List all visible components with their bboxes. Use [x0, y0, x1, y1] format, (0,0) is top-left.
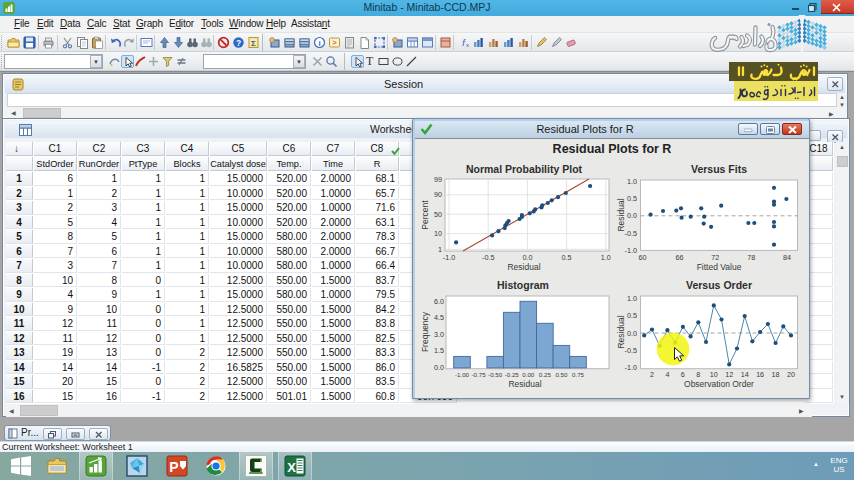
svg-text:Versus Order: Versus Order — [686, 279, 752, 291]
svg-text:1.0: 1.0 — [601, 253, 611, 262]
svg-text:Residual: Residual — [616, 315, 626, 348]
svg-text:-0.5: -0.5 — [482, 253, 494, 262]
svg-text:0.5: 0.5 — [562, 253, 572, 262]
svg-text:4: 4 — [665, 370, 669, 379]
svg-text:P: P — [169, 459, 178, 475]
svg-text:99: 99 — [434, 175, 442, 184]
svg-text:Fitted Value: Fitted Value — [697, 262, 742, 272]
svg-text:Histogram: Histogram — [497, 279, 549, 291]
svg-text:1.0: 1.0 — [627, 294, 637, 303]
svg-text:72: 72 — [711, 253, 719, 262]
svg-text:50: 50 — [434, 210, 442, 219]
svg-text:0.0: 0.0 — [434, 363, 444, 372]
svg-text:60: 60 — [639, 253, 647, 262]
svg-text:3.0: 3.0 — [434, 330, 444, 339]
svg-text:0.50: 0.50 — [555, 371, 568, 378]
svg-text:6.0: 6.0 — [434, 297, 444, 306]
svg-text:-0.50: -0.50 — [488, 371, 503, 378]
svg-text:Normal Probability Plot: Normal Probability Plot — [466, 163, 583, 175]
svg-text:20: 20 — [787, 370, 795, 379]
svg-text:4.5: 4.5 — [434, 313, 444, 322]
svg-text:14: 14 — [741, 370, 749, 379]
svg-text:-1.00: -1.00 — [455, 371, 470, 378]
svg-text:0.5: 0.5 — [627, 194, 637, 203]
svg-text:0.5: 0.5 — [627, 311, 637, 320]
svg-text:78: 78 — [747, 253, 755, 262]
svg-text:8: 8 — [696, 370, 700, 379]
svg-text:84: 84 — [783, 253, 791, 262]
svg-text:Frequency: Frequency — [420, 311, 430, 352]
svg-text:2: 2 — [650, 370, 654, 379]
svg-text:Observation Order: Observation Order — [684, 379, 754, 389]
svg-text:1: 1 — [438, 245, 442, 254]
svg-text:-1.0: -1.0 — [625, 363, 637, 372]
svg-text:Residual: Residual — [508, 379, 541, 389]
svg-text:0.0: 0.0 — [627, 211, 637, 220]
svg-text:10: 10 — [710, 370, 718, 379]
svg-text:0.00: 0.00 — [522, 371, 535, 378]
svg-text:0.0: 0.0 — [627, 329, 637, 338]
svg-text:-0.25: -0.25 — [505, 371, 520, 378]
svg-text:1.5: 1.5 — [434, 346, 444, 355]
svg-text:12: 12 — [725, 370, 733, 379]
svg-text:10: 10 — [434, 229, 442, 238]
svg-text:Versus Fits: Versus Fits — [691, 163, 747, 175]
svg-text:-0.5: -0.5 — [625, 346, 637, 355]
svg-text:-1.0: -1.0 — [625, 246, 637, 255]
svg-text:6: 6 — [681, 370, 685, 379]
svg-text:0.0: 0.0 — [522, 253, 532, 262]
svg-text:0.75: 0.75 — [572, 371, 585, 378]
svg-text:Residual: Residual — [616, 198, 626, 231]
svg-text:16: 16 — [756, 370, 764, 379]
svg-text:1.0: 1.0 — [627, 177, 637, 186]
svg-text:18: 18 — [772, 370, 780, 379]
svg-text:-0.5: -0.5 — [625, 229, 637, 238]
svg-text:Σ: Σ — [251, 39, 256, 48]
svg-text:i: i — [318, 39, 320, 48]
svg-text:Residual: Residual — [507, 262, 540, 272]
svg-text:66: 66 — [676, 253, 684, 262]
svg-text:-0.75: -0.75 — [472, 371, 487, 378]
svg-text:90: 90 — [434, 190, 442, 199]
svg-text:x: x — [466, 42, 469, 48]
svg-text:-1.0: -1.0 — [443, 253, 455, 262]
svg-text:X: X — [287, 460, 296, 475]
svg-text:Percent: Percent — [420, 200, 430, 230]
svg-text:?: ? — [236, 38, 241, 48]
svg-text:0.25: 0.25 — [539, 371, 552, 378]
svg-text:>: > — [332, 38, 337, 47]
